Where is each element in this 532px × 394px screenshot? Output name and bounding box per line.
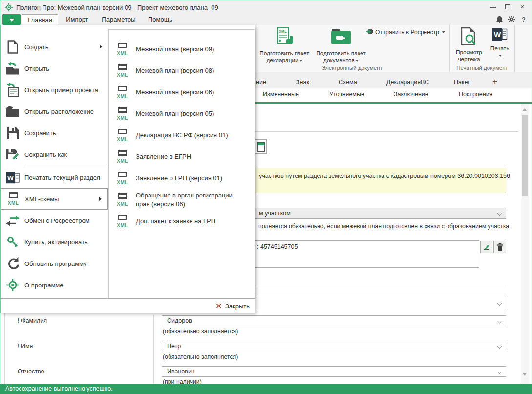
svg-text:XML: XML (279, 29, 287, 34)
ribbon-tab-3[interactable]: Помощь (144, 14, 177, 25)
file-menu-footer: ✕ Закрыть (1, 298, 255, 313)
xml-schema-item-7[interactable]: XMLОбращение в орган регистрации прав (в… (109, 189, 255, 211)
close-button[interactable]: × (516, 1, 529, 12)
menu-item-6[interactable]: WПечатать текущий раздел (1, 167, 108, 188)
field-hint: (обязательно заполняется) (163, 353, 238, 360)
ribbon-tab-1[interactable]: Импорт (60, 14, 94, 25)
drawing-preview-button[interactable]: Просмотр чертежа (453, 26, 485, 63)
section-tab[interactable]: Построения (459, 91, 492, 98)
menu-item-3[interactable]: Открыть расположение (1, 101, 108, 122)
xml-icon: XML (109, 107, 136, 121)
menu-item-10[interactable]: Обновить программу (1, 253, 108, 274)
documents-package-icon (313, 27, 369, 48)
send-to-rosreestr-button[interactable]: Отправить в Росреестр (366, 28, 445, 37)
prepare-declaration-package-button[interactable]: XML Подготовить пакет декларации (256, 26, 312, 64)
field-hint: (обязательно заполняется) (163, 328, 238, 335)
word-icon: W (1, 171, 24, 184)
open-example-icon (1, 83, 24, 97)
refresh-icon (1, 257, 24, 270)
menu-close-button[interactable]: ✕ Закрыть (215, 299, 250, 313)
ribbon-tab-main[interactable]: Главная (22, 14, 58, 25)
file-menu-button[interactable] (2, 14, 21, 25)
scroll-down-icon[interactable] (523, 373, 527, 376)
dropdown-arrow-icon (499, 55, 502, 57)
send-to-rosreestr-icon (366, 28, 373, 37)
word-icon: W (487, 27, 512, 44)
scroll-up-icon[interactable] (523, 108, 527, 111)
group-label: Печатный документ (450, 65, 514, 71)
xml-schema-item-0[interactable]: XMLМежевой план (версия 09) (109, 39, 255, 60)
delete-button[interactable] (493, 241, 506, 253)
field-label: ! Фамилия (18, 317, 47, 324)
open-folder-icon (1, 62, 24, 75)
field-combobox[interactable]: Сидоров (162, 315, 506, 326)
menu-item-2[interactable]: Открыть пример проекта (1, 79, 108, 101)
section-tab[interactable]: Заключение (394, 91, 428, 98)
field-combobox[interactable]: Иванович (162, 366, 506, 377)
notifications-bell-icon[interactable] (495, 16, 503, 23)
date-picker-button[interactable] (255, 139, 267, 154)
panel-right-border (520, 104, 520, 385)
section-tab[interactable]: ДекларацияВС (386, 79, 429, 86)
dropdown-arrow-icon (442, 31, 445, 33)
new-document-icon (1, 40, 24, 54)
section-tab[interactable]: Схема (339, 79, 357, 86)
field-hint: полняется обязательно, если межевой план… (258, 223, 509, 230)
menu-item-1[interactable]: Открыть (1, 58, 108, 79)
xml-schema-item-3[interactable]: XMLМежевой план (версия 05) (109, 103, 255, 125)
menu-item-4[interactable]: Сохранить (1, 122, 108, 144)
scrollbar-thumb[interactable] (522, 115, 528, 196)
svg-text:W: W (494, 30, 501, 39)
xml-icon: XML (109, 86, 136, 100)
xml-icon: XML (109, 215, 136, 229)
menu-item-9[interactable]: Купить, активировать (1, 231, 108, 253)
help-icon[interactable]: ? (520, 16, 528, 23)
field-combobox[interactable]: Петр (162, 341, 506, 351)
settings-gear-icon[interactable] (508, 16, 515, 23)
folder-location-icon (1, 105, 24, 118)
group-label: Электронный документ (255, 65, 449, 71)
section-tab[interactable]: ние (256, 79, 266, 86)
chevron-down-icon (497, 301, 502, 306)
field-label: Отчество (18, 368, 44, 375)
ribbon-tab-row: ГлавнаяИмпортПараметрыПомощь ? (0, 14, 532, 25)
xml-schema-item-8[interactable]: XMLДоп. пакет к заявке на ГРП (109, 211, 255, 232)
close-x-icon: ✕ (215, 302, 222, 310)
menu-item-11[interactable]: О программе (1, 274, 108, 296)
submenu-arrow-icon (99, 197, 102, 201)
xml-icon: XML (109, 129, 136, 143)
trash-icon (496, 243, 504, 251)
section-tab[interactable]: Уточняемые (329, 91, 364, 98)
menu-item-7[interactable]: XMLXML-схемы (1, 188, 108, 210)
add-section-tab[interactable]: + (492, 77, 497, 87)
app-logo-icon (5, 3, 13, 11)
submenu-arrow-icon (100, 45, 102, 49)
prepare-documents-package-button[interactable]: Подготовить пакет документов (313, 26, 369, 64)
menu-item-5[interactable]: Сохранить как (1, 144, 108, 165)
ribbon-group-electronic-document: XML Подготовить пакет декларации Подгото… (255, 25, 450, 72)
vertical-scrollbar[interactable] (521, 104, 529, 385)
xml-icon: XML (109, 150, 136, 164)
chevron-down-icon (497, 319, 502, 324)
print-button[interactable]: W Печать (487, 26, 512, 59)
xml-schema-item-6[interactable]: XMLЗаявление о ГРП (версия 01) (109, 168, 255, 189)
menu-item-0[interactable]: Создать (1, 36, 108, 58)
edit-button[interactable] (480, 241, 492, 253)
xml-schema-item-1[interactable]: XMLМежевой план (версия 08) (109, 60, 255, 82)
section-tab[interactable]: Измененные (263, 91, 299, 98)
pencil-icon (482, 243, 490, 251)
maximize-button[interactable] (501, 1, 514, 12)
xml-schema-item-5[interactable]: XMLЗаявление в ЕГРН (109, 146, 255, 168)
section-tab[interactable]: Знак (296, 79, 309, 86)
caret-down-icon (9, 19, 14, 22)
dropdown-arrow-icon (299, 60, 302, 62)
xml-schema-item-2[interactable]: XMLМежевой план (версия 06) (109, 82, 255, 103)
ribbon-tab-2[interactable]: Параметры (97, 14, 140, 25)
declaration-package-icon: XML (256, 27, 312, 48)
menu-item-8[interactable]: Обмен с Росреестром (1, 210, 108, 231)
section-tab[interactable]: Пакет (454, 79, 470, 86)
app-window: Полигон Про: Межевой план версии 09 - Пр… (0, 0, 532, 394)
xml-schemas-submenu: XMLМежевой план (версия 09)XMLМежевой пл… (108, 29, 255, 298)
minimize-button[interactable] (487, 1, 499, 12)
xml-schema-item-4[interactable]: XMLДекларация ВС РФ (версия 01) (109, 125, 255, 146)
